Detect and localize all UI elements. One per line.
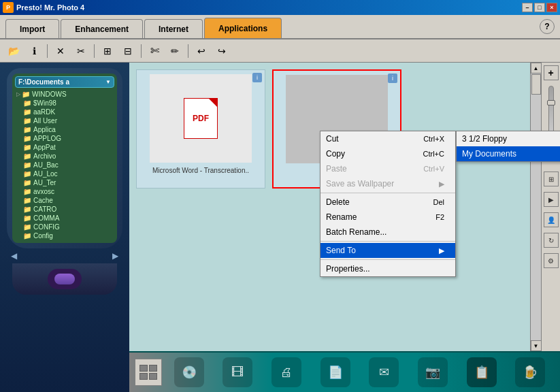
tree-item-aubac[interactable]: 📁 AU_Bac bbox=[15, 161, 114, 169]
mini-sq-3 bbox=[139, 373, 148, 380]
bottom-icons: 💿 🎞 🖨 📄 ✉ 📷 📋 🍺 bbox=[165, 357, 555, 387]
app-title: Presto! Mr. Photo 4 bbox=[16, 3, 84, 12]
tree-item-aardk[interactable]: 📁 aaRDK bbox=[15, 108, 114, 116]
tree-item-catro[interactable]: 📁 CATRO bbox=[15, 205, 114, 214]
folder-icon: 📁 bbox=[23, 161, 31, 169]
content-area: F:\Documents a ▼ ▷ 📁 WINDOWS 📁 $Win98 📁 … bbox=[0, 63, 560, 392]
sub-mydocs-label: My Documents bbox=[462, 149, 516, 159]
ctx-copy[interactable]: Copy Ctrl+C bbox=[320, 146, 455, 161]
folder-icon: 📁 bbox=[23, 179, 31, 186]
folder-icon: 📁 bbox=[23, 99, 31, 107]
bottom-btn-film[interactable]: 🎞 bbox=[223, 357, 252, 387]
zoom-in-btn[interactable]: + bbox=[544, 65, 559, 80]
help-button[interactable]: ? bbox=[540, 19, 555, 34]
ctx-wallpaper-label: Save as Wallpaper bbox=[326, 179, 394, 189]
bottom-btn-doc[interactable]: 📄 bbox=[320, 357, 350, 387]
bottom-btn-camera[interactable]: 📷 bbox=[418, 357, 448, 387]
tree-item-applog[interactable]: 📁 APPLOG bbox=[15, 134, 114, 143]
zoom-handle[interactable] bbox=[547, 100, 555, 105]
tab-internet[interactable]: Internet bbox=[144, 19, 203, 38]
scroll-up-btn[interactable]: ▲ bbox=[531, 63, 542, 74]
tree-item-auter[interactable]: 📁 AU_Ter bbox=[15, 178, 114, 187]
ctx-delete[interactable]: Delete Del bbox=[320, 195, 455, 210]
ctx-properties[interactable]: Properties... bbox=[320, 261, 455, 276]
tree-item-config1[interactable]: 📁 CONFIG bbox=[15, 223, 114, 231]
play-btn[interactable]: ▶ bbox=[544, 192, 559, 207]
photo-cell-1[interactable]: i Microsoft Word - Transcreation.. bbox=[136, 69, 265, 189]
delete-btn[interactable]: ✕ bbox=[51, 42, 70, 60]
tree-item-avxosc[interactable]: 📁 avxosc bbox=[15, 187, 114, 196]
ctx-batch-rename[interactable]: Batch Rename... bbox=[320, 225, 455, 240]
folder-icon: 📁 bbox=[23, 214, 31, 222]
scroll-left-btn[interactable]: ◀ bbox=[11, 251, 17, 261]
maximize-button[interactable]: □ bbox=[534, 3, 545, 12]
scroll-thumb[interactable] bbox=[531, 74, 541, 95]
sub-mydocs[interactable]: My Documents bbox=[457, 146, 560, 161]
tree-item-windows[interactable]: ▷ 📁 WINDOWS bbox=[15, 90, 114, 99]
scroll-down-btn[interactable]: ▼ bbox=[531, 340, 542, 351]
copy-move-btn[interactable]: ⊞ bbox=[98, 42, 117, 60]
tree-item-auloc[interactable]: 📁 AU_Loc bbox=[15, 169, 114, 178]
tree-item-archivo[interactable]: 📁 Archivo bbox=[15, 152, 114, 161]
window-controls: – □ × bbox=[522, 3, 557, 12]
toolbar-sep-3 bbox=[141, 44, 142, 58]
scroll-right-btn[interactable]: ▶ bbox=[112, 251, 118, 261]
scissors2-btn[interactable]: ✄ bbox=[145, 42, 164, 60]
folder-open-btn[interactable]: 📂 bbox=[4, 42, 23, 60]
bottom-btn-misc[interactable]: 🍺 bbox=[515, 357, 545, 387]
photo-label-1: Microsoft Word - Transcreation.. bbox=[141, 167, 261, 174]
toolbar-sep-1 bbox=[47, 44, 48, 58]
info-icon-2[interactable]: i bbox=[388, 74, 397, 83]
person-btn[interactable]: 👤 bbox=[544, 212, 559, 227]
ctx-rename[interactable]: Rename F2 bbox=[320, 210, 455, 225]
toolbar: 📂 ℹ ✕ ✂ ⊞ ⊟ ✄ ✏ ↩ ↪ bbox=[0, 39, 560, 63]
info-icon-1[interactable]: i bbox=[252, 73, 262, 82]
cut-btn[interactable]: ✂ bbox=[71, 42, 90, 60]
context-menu: Cut Ctrl+X Copy Ctrl+C Paste Ctrl+V Save… bbox=[320, 131, 456, 277]
bottom-btn-cd[interactable]: 💿 bbox=[174, 357, 204, 387]
drive-selector[interactable]: F:\Documents a ▼ bbox=[15, 76, 114, 88]
edit-btn[interactable]: ✏ bbox=[165, 42, 184, 60]
folder-icon: 📁 bbox=[23, 108, 31, 116]
close-button[interactable]: × bbox=[546, 3, 557, 12]
device-nav[interactable] bbox=[48, 269, 82, 289]
paste-special-btn[interactable]: ⊟ bbox=[118, 42, 137, 60]
tree-item-apppat[interactable]: 📁 AppPat bbox=[15, 143, 114, 152]
grid-view-btn[interactable]: ⊞ bbox=[544, 172, 559, 186]
info-btn[interactable]: ℹ bbox=[24, 42, 44, 60]
tree-item-alluser[interactable]: 📁 All User bbox=[15, 116, 114, 125]
icon-row-2 bbox=[139, 373, 157, 380]
tree-item-cache[interactable]: 📁 Cache bbox=[15, 196, 114, 205]
tab-enhancement[interactable]: Enhancement bbox=[61, 19, 143, 38]
drive-label: F:\Documents a bbox=[18, 78, 69, 86]
rotate-btn[interactable]: ↻ bbox=[544, 233, 559, 248]
mini-sq-1 bbox=[139, 365, 148, 372]
tree-item-comma[interactable]: 📁 COMMA bbox=[15, 214, 114, 223]
right-panel: + − ⊞ ▶ 👤 ↻ ⚙ bbox=[541, 63, 560, 351]
tab-applications[interactable]: Applications bbox=[204, 18, 282, 38]
sub-floppy[interactable]: 3 1/2 Floppy bbox=[457, 131, 560, 146]
tree-item-win98[interactable]: 📁 $Win98 bbox=[15, 99, 114, 108]
tab-import[interactable]: Import bbox=[5, 19, 59, 38]
folder-icon: 📁 bbox=[23, 197, 31, 204]
photo-area: i Microsoft Word - Transcreation.. i Mic… bbox=[129, 63, 560, 351]
folder-icon: 📁 bbox=[23, 152, 31, 160]
bottom-left-icon[interactable] bbox=[135, 359, 162, 386]
folder-icon: 📁 bbox=[23, 170, 31, 178]
ctx-cut[interactable]: Cut Ctrl+X bbox=[320, 131, 455, 146]
nav-tabs: Import Enhancement Internet Applications… bbox=[0, 15, 560, 39]
bottom-btn-album[interactable]: 📋 bbox=[467, 357, 497, 387]
tree-item-config2[interactable]: 📁 Config bbox=[15, 231, 114, 240]
settings-btn[interactable]: ⚙ bbox=[544, 253, 559, 268]
minimize-button[interactable]: – bbox=[522, 3, 533, 12]
bottom-btn-send[interactable]: ✉ bbox=[369, 357, 399, 387]
scroll-track[interactable] bbox=[531, 74, 541, 340]
device-frame: F:\Documents a ▼ ▷ 📁 WINDOWS 📁 $Win98 📁 … bbox=[7, 68, 122, 248]
tree-item-applica[interactable]: 📁 Applica bbox=[15, 125, 114, 134]
mini-sq-2 bbox=[149, 365, 157, 372]
ctx-send-to[interactable]: Send To ▶ bbox=[320, 243, 455, 258]
drive-arrow: ▼ bbox=[105, 79, 111, 85]
redo-btn[interactable]: ↪ bbox=[212, 42, 231, 60]
undo-btn[interactable]: ↩ bbox=[192, 42, 211, 60]
bottom-btn-print[interactable]: 🖨 bbox=[271, 357, 301, 387]
